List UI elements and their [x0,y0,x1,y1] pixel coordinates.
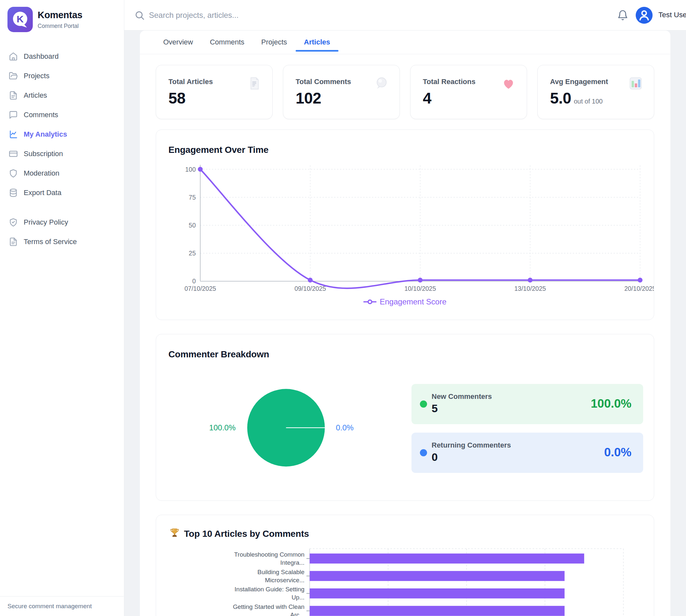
stat-card-total-comments: Total Comments 102 [283,65,400,119]
shield-icon [9,169,18,178]
svg-text:10/10/2025: 10/10/2025 [404,285,436,292]
svg-text:K: K [17,14,24,24]
svg-text:09/10/2025: 09/10/2025 [294,285,326,292]
stat-value: 4 [423,89,431,107]
sidebar-item-label: Comments [24,111,58,119]
bar-chart-icon [628,76,643,91]
notification-bell-icon[interactable] [617,9,628,21]
tab-comments[interactable]: Comments [201,30,253,54]
sidebar-item-terms-of-service[interactable]: Terms of Service [0,232,124,251]
commenter-breakdown-panel: Commenter Breakdown 100.0% 0.0% New Comm… [156,334,654,501]
heart-icon [501,76,516,91]
sidebar-item-label: My Analytics [24,130,67,138]
sidebar-legal-nav: Privacy Policy Terms of Service [0,213,124,251]
sidebar-item-projects[interactable]: Projects [0,66,124,86]
pie-percentage-new: 100.0% [187,423,236,432]
brand[interactable]: K Komentas Comment Portal [7,7,83,32]
svg-text:0: 0 [192,278,196,285]
green-dot-icon [420,400,427,408]
commenter-percentage: 100.0% [591,397,632,411]
app-root: K Komentas Comment Portal Dashboard Proj… [0,0,686,616]
folder-open-icon [9,71,18,81]
sidebar-item-label: Articles [24,91,47,100]
article-icon [9,91,18,100]
sidebar-item-label: Dashboard [24,52,59,61]
legend-marker-icon [363,299,376,304]
main-content: Overview Comments Projects Articles Tota… [124,30,686,616]
analytics-tabbar: Overview Comments Projects Articles [140,30,670,54]
commenter-percentage: 0.0% [604,446,632,459]
top-articles-panel: Top 10 Articles by Comments Troubleshoot… [156,515,654,616]
stat-label: Total Articles [169,78,213,86]
svg-text:Microservice...: Microservice... [265,577,304,584]
document-icon [247,76,261,91]
document-icon [9,237,18,246]
topbar: Test User [124,0,686,30]
search-input[interactable] [149,9,435,22]
tab-label: Overview [163,38,193,46]
svg-text:13/10/2025: 13/10/2025 [514,285,546,292]
tab-overview[interactable]: Overview [155,30,201,54]
tab-label: Articles [304,38,330,46]
svg-text:07/10/2025: 07/10/2025 [185,285,216,292]
stat-value: 5.0out of 100 [550,89,603,107]
stats-row: Total Articles 58 Total Comments 102 Tot… [156,65,654,119]
sidebar-footer-note: Secure comment management [0,596,124,616]
svg-text:25: 25 [189,249,196,257]
analytics-card: Overview Comments Projects Articles Tota… [140,30,670,616]
svg-text:Up...: Up... [291,594,304,601]
stat-label: Avg Engagement [550,78,608,86]
sidebar-nav: Dashboard Projects Articles Comments My … [0,47,124,202]
svg-text:50: 50 [189,222,196,229]
credit-card-icon [9,149,18,158]
stat-value: 58 [169,89,185,107]
tab-label: Comments [210,38,244,46]
sidebar-item-label: Subscription [24,150,63,158]
commenter-count: 0 [431,451,438,463]
shield-check-icon [9,218,18,227]
app-title: Komentas [38,10,83,20]
sidebar-item-label: Projects [24,72,49,80]
tab-label: Projects [261,38,287,46]
sidebar-item-privacy-policy[interactable]: Privacy Policy [0,213,124,232]
stat-label: Total Comments [296,78,351,86]
tab-articles[interactable]: Articles [296,30,339,54]
pie-percentage-returning: 0.0% [336,423,354,432]
stat-card-total-reactions: Total Reactions 4 [410,65,527,119]
sidebar-item-export-data[interactable]: Export Data [0,183,124,202]
komentas-logo-icon: K [7,7,33,32]
sidebar-item-label: Terms of Service [24,238,77,246]
home-icon [9,52,18,61]
tab-projects[interactable]: Projects [253,30,295,54]
sidebar-item-label: Privacy Policy [24,218,68,226]
database-icon [9,188,18,197]
blue-dot-icon [420,449,427,456]
app-tagline: Comment Portal [38,23,83,29]
sidebar-item-subscription[interactable]: Subscription [0,144,124,163]
svg-text:Integra...: Integra... [280,559,305,566]
user-avatar[interactable] [636,7,652,24]
svg-text:Getting Started with Clean: Getting Started with Clean [233,603,305,610]
message-square-icon [9,110,18,119]
user-name[interactable]: Test User [658,11,686,19]
stat-card-total-articles: Total Articles 58 [156,65,272,119]
sidebar-item-label: Moderation [24,169,59,178]
sidebar-item-moderation[interactable]: Moderation [0,163,124,183]
returning-commenters-box: Returning Commenters 0 0.0% [412,433,643,473]
chart-legend[interactable]: Engagement Score [156,297,654,306]
stat-value: 102 [296,89,321,107]
svg-text:100: 100 [185,166,196,173]
sidebar-item-my-analytics[interactable]: My Analytics [0,125,124,144]
svg-text:Installation Guide: Setting: Installation Guide: Setting [235,586,304,593]
new-commenters-box: New Commenters 5 100.0% [412,384,643,424]
svg-text:75: 75 [189,194,196,201]
svg-text:Troubleshooting Common: Troubleshooting Common [234,551,305,558]
svg-text:Arc...: Arc... [290,612,304,616]
sidebar: K Komentas Comment Portal Dashboard Proj… [0,0,124,616]
top-articles-bar-chart: Troubleshooting CommonIntegra...Building… [156,515,654,616]
search-icon [134,10,145,20]
sidebar-item-comments[interactable]: Comments [0,105,124,125]
sidebar-item-dashboard[interactable]: Dashboard [0,47,124,66]
sidebar-item-articles[interactable]: Articles [0,86,124,105]
engagement-over-time-panel: Engagement Over Time 025507510007/10/202… [156,130,654,320]
